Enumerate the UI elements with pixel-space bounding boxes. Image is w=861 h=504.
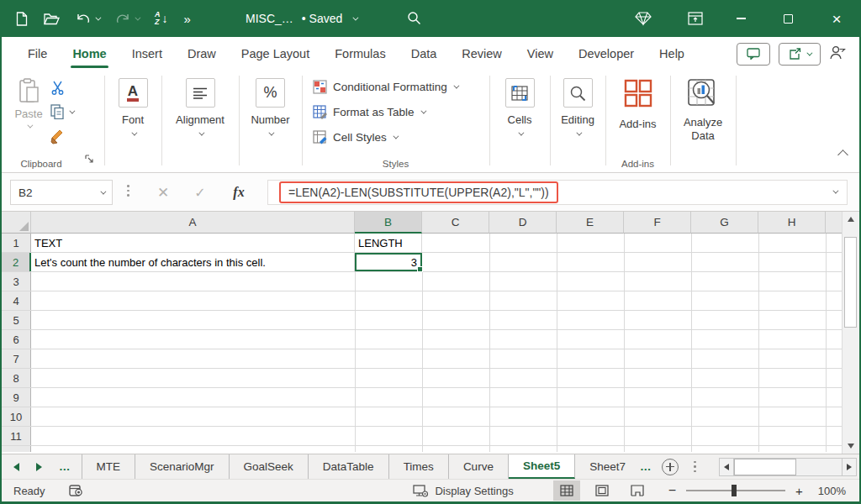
- tab-insert[interactable]: Insert: [119, 37, 175, 71]
- formula-input[interactable]: =LEN(A2)-LEN(SUBSTITUTE(UPPER(A2),"L",""…: [267, 180, 848, 205]
- conditional-formatting-button[interactable]: Conditional Formatting: [313, 80, 457, 94]
- sheet-overflow-right[interactable]: …: [640, 454, 652, 479]
- coming-soon-gem-icon[interactable]: [629, 0, 658, 37]
- close-button[interactable]: ×: [822, 0, 851, 37]
- cell-B1[interactable]: LENGTH: [355, 234, 422, 252]
- zoom-slider-thumb[interactable]: [732, 485, 737, 496]
- tab-file[interactable]: File: [15, 37, 60, 71]
- scroll-left-button[interactable]: [719, 458, 734, 476]
- expand-formula-bar-icon[interactable]: [832, 188, 838, 194]
- format-as-table-button[interactable]: Format as Table: [313, 105, 425, 119]
- tab-review[interactable]: Review: [449, 37, 515, 71]
- redo-dropdown-icon[interactable]: [135, 14, 140, 20]
- cell-A2[interactable]: Let's count the number of characters in …: [31, 253, 355, 271]
- empty-cells[interactable]: [422, 253, 843, 271]
- empty-cells[interactable]: [31, 330, 843, 349]
- macro-record-icon[interactable]: [69, 485, 83, 496]
- next-sheet-icon[interactable]: [36, 463, 42, 471]
- editing-dropdown-icon[interactable]: [576, 130, 582, 136]
- sheet-tab-sheet7[interactable]: Sheet7: [575, 454, 640, 479]
- sheet-tab-datatable[interactable]: DataTable: [309, 454, 389, 479]
- column-header-B[interactable]: B: [355, 212, 422, 234]
- sheet-tab-times[interactable]: Times: [389, 454, 449, 479]
- open-file-icon[interactable]: [44, 13, 60, 25]
- number-dropdown-icon[interactable]: [268, 130, 274, 136]
- sheet-tab-sheet5-active[interactable]: Sheet5: [509, 454, 575, 479]
- sheet-tab-mte[interactable]: MTE: [82, 454, 136, 479]
- group-number[interactable]: % Number: [239, 71, 302, 172]
- page-break-preview-button[interactable]: [624, 480, 651, 501]
- display-settings-button[interactable]: Display Settings: [413, 485, 513, 497]
- page-layout-view-button[interactable]: [589, 480, 615, 501]
- column-header-E[interactable]: E: [557, 212, 624, 234]
- tab-page-layout[interactable]: Page Layout: [229, 37, 322, 71]
- row-header-6[interactable]: 6: [2, 330, 31, 349]
- search-icon[interactable]: [407, 11, 421, 29]
- empty-cells[interactable]: [31, 272, 843, 291]
- tab-help[interactable]: Help: [647, 37, 697, 71]
- empty-cells[interactable]: [422, 234, 843, 252]
- sheet-tab-goalseek[interactable]: GoalSeek: [230, 454, 309, 479]
- cell-styles-dropdown-icon[interactable]: [393, 134, 399, 139]
- name-box-dropdown-icon[interactable]: [100, 188, 106, 194]
- tab-data[interactable]: Data: [399, 37, 450, 71]
- sheet-bar-options-dots[interactable]: [694, 461, 696, 473]
- normal-view-button[interactable]: [553, 480, 580, 501]
- group-font[interactable]: A Font: [104, 71, 161, 172]
- tab-developer[interactable]: Developer: [566, 37, 647, 71]
- new-sheet-button[interactable]: [662, 459, 679, 475]
- insert-function-button[interactable]: fx: [222, 180, 256, 205]
- tab-home[interactable]: Home: [60, 37, 119, 71]
- sort-az-icon[interactable]: AZ ↓: [155, 11, 168, 26]
- format-as-table-dropdown-icon[interactable]: [420, 108, 426, 114]
- sheet-tab-curve[interactable]: Curve: [449, 454, 509, 479]
- format-painter-button[interactable]: [50, 129, 66, 144]
- copy-button[interactable]: [50, 104, 73, 119]
- empty-cells[interactable]: [31, 369, 843, 387]
- column-header-D[interactable]: D: [489, 212, 557, 234]
- row-header-8[interactable]: 8: [2, 369, 31, 387]
- select-all-corner[interactable]: [2, 212, 31, 234]
- paste-button[interactable]: Paste: [8, 78, 49, 129]
- name-box[interactable]: B2: [10, 180, 113, 205]
- row-header-3[interactable]: 3: [2, 272, 31, 291]
- share-dropdown-icon[interactable]: [806, 50, 812, 55]
- cell-B2-active[interactable]: 3: [355, 253, 422, 271]
- tab-formulas[interactable]: Formulas: [322, 37, 398, 71]
- enter-button[interactable]: ✓: [183, 180, 217, 205]
- cells-dropdown-icon[interactable]: [518, 130, 524, 136]
- font-dropdown-icon[interactable]: [131, 130, 137, 136]
- zoom-out-button[interactable]: −: [668, 483, 676, 498]
- cut-button[interactable]: [50, 81, 65, 95]
- cancel-button[interactable]: ✕: [146, 180, 180, 205]
- row-header-7[interactable]: 7: [2, 349, 31, 368]
- horizontal-scrollbar[interactable]: [719, 458, 857, 476]
- empty-cells[interactable]: [31, 427, 843, 445]
- empty-cells[interactable]: [31, 388, 843, 407]
- column-header-H[interactable]: H: [758, 212, 826, 234]
- scroll-right-button[interactable]: [842, 458, 857, 476]
- column-header-A[interactable]: A: [31, 212, 355, 234]
- redo-button[interactable]: [115, 13, 139, 25]
- row-header-2[interactable]: 2: [2, 253, 31, 271]
- comments-button[interactable]: [737, 43, 770, 66]
- zoom-slider-track[interactable]: [686, 490, 785, 491]
- undo-button[interactable]: [76, 13, 99, 25]
- copy-dropdown-icon[interactable]: [69, 108, 75, 113]
- row-header-10[interactable]: 10: [2, 407, 31, 426]
- empty-cells[interactable]: [31, 349, 843, 368]
- row-header-5[interactable]: 5: [2, 311, 31, 329]
- cell-styles-button[interactable]: Cell Styles: [313, 130, 397, 144]
- empty-cells[interactable]: [31, 407, 843, 426]
- row-header-4[interactable]: 4: [2, 291, 31, 310]
- vertical-scrollbar[interactable]: [842, 212, 859, 454]
- new-file-icon[interactable]: [15, 12, 28, 26]
- vertical-scrollbar-thumb[interactable]: [844, 237, 857, 328]
- empty-cells[interactable]: [31, 311, 843, 329]
- column-header-C[interactable]: C: [422, 212, 489, 234]
- row-header-1[interactable]: 1: [2, 234, 31, 252]
- zoom-in-button[interactable]: +: [795, 484, 803, 498]
- scroll-down-button[interactable]: [843, 438, 859, 454]
- save-status-dropdown-icon[interactable]: [353, 14, 359, 20]
- addins-button[interactable]: Add-ins: [605, 78, 670, 130]
